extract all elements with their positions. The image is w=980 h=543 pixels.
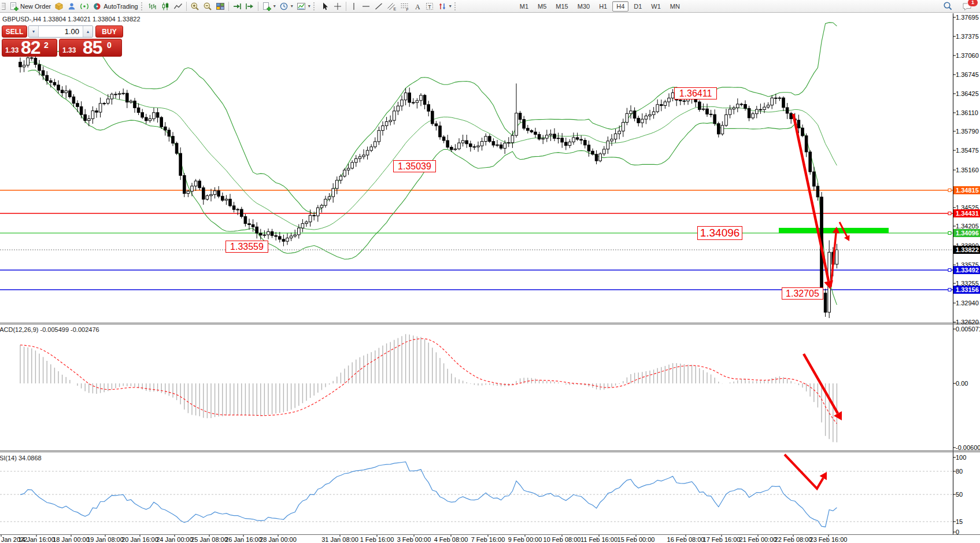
volume-decrease-button[interactable]: ▾ [29,26,39,37]
price-annotation[interactable]: 1.36411 [674,87,717,99]
horizontal-line-objects[interactable] [0,189,953,291]
price-axis-tick: 1.36425 [956,90,979,97]
rsi-indicator-label: RSI(14) 34.0868 [0,455,42,461]
time-axis-label: 22 Feb 08:00 [775,536,812,543]
time-axis-label: 15 Feb 00:00 [617,536,655,543]
time-axis-label: 26 Jan 16:00 [225,536,262,543]
buy-button[interactable]: BUY [95,25,123,38]
time-axis-label: 16 Feb 08:00 [667,536,705,543]
price-tag: 1.33492 [953,266,980,274]
time-axis-label: 17 Feb 16:00 [703,536,741,543]
time-axis-label: 7 Feb 16:00 [471,536,505,543]
price-annotation[interactable]: 1.34096 [697,226,742,240]
volume-input[interactable]: 1.00 [39,26,83,37]
price-annotation[interactable]: 1.33559 [225,241,268,253]
price-axis-tick: 1.37375 [956,33,979,40]
mt4-window: New Order AutoTrading ▾ ▾ ▾ E F A [0,0,980,543]
price-axis-tick: 1.32940 [956,300,979,306]
price-axis-tick: 1.35790 [956,128,979,135]
price-axis-tick: 1.32620 [956,319,979,326]
time-axis-label: 23 Feb 16:00 [810,536,848,543]
price-axis-tick: 1.35160 [956,167,979,173]
macd-axis-tick: 0.005071 [956,326,980,333]
price-annotation[interactable]: 1.32705 [782,287,823,300]
sell-price-pips: 82 [21,39,40,57]
time-axis-label: 25 Jan 08:00 [191,536,228,543]
rsi-axis-tick: 100 [956,454,966,461]
rsi-axis-tick: 80 [956,468,963,475]
sell-price-base: 1.33 [5,46,19,54]
time-axis-label: 3 Feb 00:00 [397,536,431,543]
time-axis-label: 18 Jan 00:00 [53,536,90,543]
time-axis-label: 4 Feb 08:00 [434,536,468,543]
rsi-levels [0,471,953,522]
time-axis-label: 10 Feb 08:00 [543,536,581,543]
time-axis-label: 24 Jan 00:00 [156,536,193,543]
price-tag: 1.34815 [953,186,980,194]
time-axis-label: 1 Feb 16:00 [360,536,394,543]
volume-stepper: ▾ 1.00 ▴ [28,25,93,38]
price-axis-tick: 1.37695 [956,14,979,21]
macd-axis-tick: -0.006003 [956,444,980,451]
time-axis-label: 19 Jan 08:00 [87,536,124,543]
drawn-arrows[interactable] [785,114,850,489]
time-axis-label: 11 Feb 16:00 [580,536,617,543]
chart-canvas[interactable] [0,0,980,543]
macd-indicator-label: MACD(12,26,9) -0.005499 -0.002476 [0,326,99,333]
volume-increase-button[interactable]: ▴ [83,26,93,37]
price-tag: 1.33822 [953,246,980,254]
time-axis-label: 28 Jan 00:00 [260,536,297,543]
rsi-axis-tick: 15 [956,518,963,525]
rsi-axis-tick: 0 [956,529,959,535]
sell-price-point: 2 [44,40,49,50]
time-axis-label: 14 Jan 16:00 [18,536,55,543]
price-axis-tick: 1.37060 [956,52,979,59]
sell-price-button[interactable]: 1.33 82 2 [2,39,57,57]
price-axis-tick: 1.35475 [956,147,979,154]
rsi-axis-tick: 50 [956,491,963,498]
price-axis-tick: 1.36110 [956,109,978,116]
macd-axis-tick: 0.00 [956,380,968,387]
trade-panel-buttons-row: SELL ▾ 1.00 ▴ BUY [2,25,123,38]
buy-price-button[interactable]: 1.33 85 0 [59,39,122,57]
price-axis-tick: 1.36745 [956,71,979,78]
time-axis-label: 9 Feb 00:00 [508,536,542,543]
price-tag: 1.34096 [953,229,980,237]
sell-button[interactable]: SELL [2,25,27,38]
trade-panel-prices-row: 1.33 82 2 1.33 85 0 [2,39,123,57]
time-axis-label: 21 Feb 00:00 [739,536,777,543]
one-click-trading-panel: SELL ▾ 1.00 ▴ BUY 1.33 82 2 1.33 85 0 [2,25,123,57]
chart-ohlc-title: GBPUSD-,H4 1.33804 1.34021 1.33804 1.338… [2,16,140,23]
price-annotation[interactable]: 1.35039 [393,160,436,172]
price-tag: 1.34431 [953,209,980,217]
buy-price-base: 1.33 [62,46,76,54]
time-axis-label: 31 Jan 08:00 [321,536,358,543]
macd-histogram [20,334,837,442]
buy-price-point: 0 [107,40,112,50]
buy-price-pips: 85 [83,39,102,57]
axis-frame [1,13,956,537]
price-tag: 1.33156 [953,286,980,294]
time-axis-label: 20 Jan 16:00 [121,536,158,543]
